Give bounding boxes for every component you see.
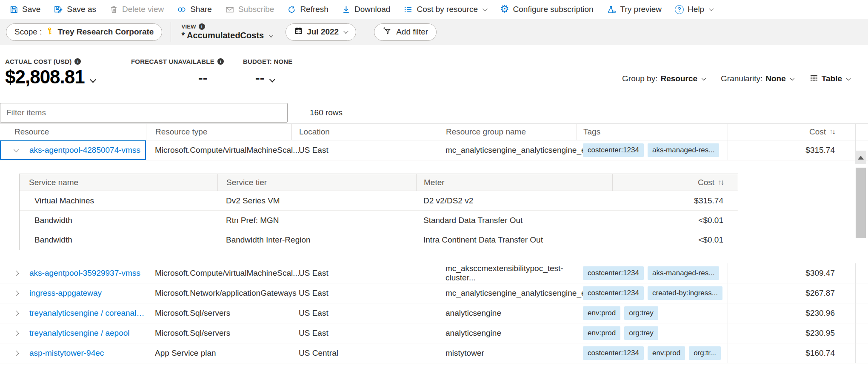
chevron-down-icon bbox=[269, 32, 274, 37]
scope-selector[interactable]: Scope : Trey Research Corporate bbox=[6, 23, 162, 41]
group-by-value: Resource bbox=[660, 74, 697, 83]
refresh-label: Refresh bbox=[300, 5, 328, 14]
cost-by-resource-label: Cost by resource bbox=[417, 5, 478, 14]
toolbar: Save Save as Delete view bbox=[0, 0, 868, 19]
download-button[interactable]: Download bbox=[342, 5, 391, 14]
chevron-right-icon[interactable] bbox=[14, 311, 19, 316]
column-header-location[interactable]: Location bbox=[291, 124, 436, 140]
view-type-selector[interactable]: Table bbox=[809, 73, 850, 84]
cost-cell: $309.47 bbox=[728, 263, 856, 283]
info-icon bbox=[217, 58, 224, 65]
tag-pill: org:tr... bbox=[689, 346, 721, 360]
resource-type-cell: Microsoft.Compute/virtualMachineScal... bbox=[146, 263, 291, 283]
subscribe-label: Subscribe bbox=[238, 5, 274, 14]
table-header: Resource Resource type Location Resource… bbox=[0, 123, 868, 140]
detail-table-header: Service name Service tier Meter Cost bbox=[20, 174, 738, 191]
column-header-resource-group[interactable]: Resource group name bbox=[436, 124, 577, 140]
granularity-selector[interactable]: Granularity: None bbox=[721, 74, 794, 83]
forecast-label: FORECAST UNAVAILABLE bbox=[131, 58, 224, 65]
column-header-meter[interactable]: Meter bbox=[416, 174, 612, 191]
column-header-resource[interactable]: Resource bbox=[0, 124, 146, 140]
scrollbar-thumb[interactable] bbox=[856, 168, 866, 238]
subscribe-button[interactable]: Subscribe bbox=[225, 5, 274, 14]
view-selector[interactable]: VIEW * AccumulatedCosts bbox=[181, 23, 273, 40]
configure-subscription-button[interactable]: Configure subscription bbox=[500, 5, 594, 14]
refresh-button[interactable]: Refresh bbox=[287, 5, 328, 14]
resource-cell[interactable]: asp-mistytower-94ec bbox=[0, 343, 146, 363]
resource-cell[interactable]: aks-agentpool-42850074-vmss bbox=[0, 140, 146, 160]
chevron-right-icon[interactable] bbox=[14, 291, 19, 296]
location-cell: US East bbox=[291, 323, 436, 343]
list-icon bbox=[403, 5, 413, 14]
chevron-down-icon[interactable] bbox=[14, 148, 19, 153]
gear-icon bbox=[500, 5, 509, 14]
filter-row: 160 rows bbox=[0, 94, 868, 123]
service-name-cell: Bandwidth bbox=[20, 216, 217, 225]
resource-link[interactable]: treyanalyticsengine / coreanalytics bbox=[29, 308, 146, 318]
save-as-button[interactable]: Save as bbox=[54, 5, 96, 14]
chevron-right-icon[interactable] bbox=[14, 331, 19, 336]
filter-items-input[interactable] bbox=[0, 103, 288, 123]
view-label: VIEW bbox=[181, 23, 196, 30]
scrollbar-up-button[interactable] bbox=[855, 151, 866, 164]
resource-link[interactable]: aks-agentpool-42850074-vmss bbox=[29, 146, 140, 155]
resource-link[interactable]: ingress-appgateway bbox=[29, 288, 102, 298]
cost-by-resource-menu[interactable]: Cost by resource bbox=[403, 5, 487, 14]
cost-cell: $315.74 bbox=[612, 196, 738, 206]
granularity-value: None bbox=[765, 74, 786, 83]
resource-cell[interactable]: aks-agentpool-35929937-vmss bbox=[0, 263, 146, 283]
chevron-down-icon bbox=[269, 77, 275, 83]
column-header-cost[interactable]: Cost bbox=[728, 124, 856, 140]
save-icon bbox=[9, 5, 18, 14]
budget-value[interactable]: -- bbox=[255, 70, 274, 86]
table-row: treyanalyticsengine / aepool Microsoft.S… bbox=[0, 323, 868, 343]
resource-cell[interactable]: treyanalyticsengine / coreanalytics bbox=[0, 303, 146, 323]
column-header-resource-type[interactable]: Resource type bbox=[146, 124, 291, 140]
column-header-tags[interactable]: Tags bbox=[577, 124, 728, 140]
try-preview-button[interactable]: Try preview bbox=[607, 5, 662, 14]
save-label: Save bbox=[22, 5, 40, 14]
group-by-selector[interactable]: Group by: Resource bbox=[622, 74, 705, 83]
info-icon bbox=[199, 23, 205, 30]
tags-cell: costcenter:1234 aks-managed-res... bbox=[577, 140, 728, 160]
location-cell: US East bbox=[291, 283, 436, 303]
chevron-down-icon bbox=[89, 76, 96, 83]
granularity-label: Granularity: bbox=[721, 74, 762, 83]
view-value: * AccumulatedCosts bbox=[181, 31, 264, 40]
resource-link[interactable]: asp-mistytower-94ec bbox=[29, 348, 104, 358]
chevron-right-icon[interactable] bbox=[14, 271, 19, 276]
resource-link[interactable]: aks-agentpool-35929937-vmss bbox=[29, 268, 140, 278]
date-range-value: Jul 2022 bbox=[307, 27, 339, 37]
trash-icon bbox=[109, 5, 118, 14]
save-button[interactable]: Save bbox=[9, 5, 40, 14]
sort-icon bbox=[829, 128, 835, 136]
resource-type-cell: Microsoft.Sql/servers bbox=[146, 323, 291, 343]
chevron-right-icon[interactable] bbox=[14, 351, 19, 356]
chevron-down-icon bbox=[483, 6, 487, 11]
actual-cost-value[interactable]: $2,808.81 bbox=[5, 66, 95, 88]
detail-row: Bandwidth Rtn Pref: MGN Standard Data Tr… bbox=[20, 211, 738, 230]
resource-group-cell: mistytower bbox=[436, 343, 577, 363]
resource-detail-table: Service name Service tier Meter Cost Vir… bbox=[19, 174, 738, 250]
date-range-selector[interactable]: Jul 2022 bbox=[286, 23, 356, 41]
column-header-service-tier[interactable]: Service tier bbox=[217, 174, 416, 191]
service-tier-cell: Bandwidth Inter-Region bbox=[217, 235, 416, 245]
resource-cell[interactable]: ingress-appgateway bbox=[0, 283, 146, 303]
help-menu[interactable]: Help bbox=[675, 5, 713, 14]
delete-view-button[interactable]: Delete view bbox=[109, 5, 164, 14]
resource-type-cell: Microsoft.Network/applicationGateways bbox=[146, 283, 291, 303]
refresh-icon bbox=[287, 5, 296, 14]
table-row: aks-agentpool-42850074-vmss Microsoft.Co… bbox=[0, 140, 868, 160]
column-header-service-name[interactable]: Service name bbox=[20, 174, 217, 191]
share-button[interactable]: Share bbox=[177, 5, 212, 14]
add-filter-button[interactable]: Add filter bbox=[374, 23, 437, 41]
location-cell: US Central bbox=[291, 343, 436, 363]
column-header-cost[interactable]: Cost bbox=[612, 174, 738, 191]
resource-link[interactable]: treyanalyticsengine / aepool bbox=[29, 328, 130, 338]
table-row: asp-mistytower-94ec App Service plan US … bbox=[0, 343, 868, 363]
download-icon bbox=[342, 5, 351, 14]
tags-cell: env:prod org:trey bbox=[577, 323, 728, 343]
tag-pill: env:prod bbox=[583, 326, 620, 340]
resource-cell[interactable]: treyanalyticsengine / aepool bbox=[0, 323, 146, 343]
cost-cell: $160.74 bbox=[728, 343, 856, 363]
